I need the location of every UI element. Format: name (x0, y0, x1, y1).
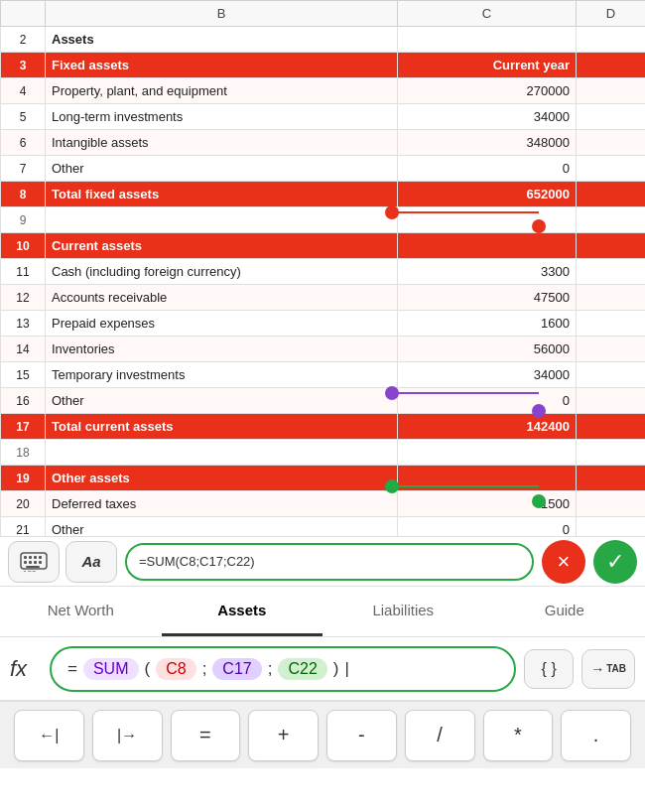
svg-rect-17 (39, 561, 42, 564)
empty-cell (46, 207, 398, 233)
data-d (577, 78, 646, 104)
braces-button[interactable]: { } (524, 649, 574, 689)
row-number: 10 (1, 233, 46, 259)
data-d (577, 517, 646, 537)
data-d (577, 285, 646, 311)
empty-cell (577, 207, 646, 233)
key-asterisk[interactable]: * (483, 710, 554, 761)
formula-editor-input[interactable]: = SUM ( C8 ; C17 ; C22 ) | (50, 646, 516, 692)
table-row: 5Long-term investments34000 (1, 104, 646, 130)
col-b-header: B (46, 1, 398, 27)
text-btn-label: Aa (81, 553, 100, 570)
data-d (577, 388, 646, 414)
section-label: Assets (46, 27, 398, 53)
row-number: 11 (1, 259, 46, 285)
section-header-label: Fixed assets (46, 53, 398, 78)
table-row: 7Other0 (1, 156, 646, 182)
total-d (577, 182, 646, 207)
row-number: 2 (1, 27, 46, 53)
formula-bar-buttons: 123 Aa (8, 541, 117, 583)
key-back-tab[interactable]: ←| (14, 710, 84, 761)
cursor: | (344, 659, 348, 679)
tab-button[interactable]: → TAB (581, 649, 635, 689)
cancel-button[interactable]: × (542, 540, 585, 584)
data-label: Other (46, 517, 398, 537)
tab-label: TAB (606, 663, 626, 674)
sub-header-value (398, 466, 577, 491)
keyboard-toggle-btn[interactable]: 123 (8, 541, 60, 583)
data-label: Other (46, 156, 398, 182)
data-value: 1500 (398, 491, 577, 517)
tab-net-worth[interactable]: Net Worth (0, 587, 162, 636)
total-d (577, 414, 646, 440)
formula-input[interactable]: =SUM(C8;C17;C22) (125, 543, 534, 581)
data-d (577, 130, 646, 156)
row-number: 13 (1, 311, 46, 337)
key-forward-tab[interactable]: |→ (92, 710, 163, 761)
token-sep2: ; (268, 659, 273, 679)
key-dot[interactable]: . (561, 710, 631, 761)
key-equals[interactable]: = (171, 710, 241, 761)
data-d (577, 337, 646, 362)
total-value: 652000 (398, 182, 577, 207)
sub-header-d (577, 233, 646, 259)
data-value: 47500 (398, 285, 577, 311)
token-sep1: ; (202, 659, 207, 679)
total-value: 142400 (398, 414, 577, 440)
table-row: 11Cash (including foreign currency)3300 (1, 259, 646, 285)
svg-rect-14 (24, 561, 27, 564)
data-value: 0 (398, 156, 577, 182)
row-number: 17 (1, 414, 46, 440)
data-d (577, 362, 646, 388)
svg-text:123: 123 (23, 569, 37, 572)
tab-assets[interactable]: Assets (162, 587, 323, 636)
data-d (577, 156, 646, 182)
sub-header-label: Current assets (46, 233, 398, 259)
data-d (577, 27, 646, 53)
data-label: Cash (including foreign currency) (46, 259, 398, 285)
svg-rect-11 (29, 556, 32, 559)
table-row: 20Deferred taxes1500 (1, 491, 646, 517)
row-number: 3 (1, 53, 46, 78)
data-label: Deferred taxes (46, 491, 398, 517)
token-paren-close: ) (333, 659, 339, 679)
token-c17: C17 (212, 658, 261, 680)
data-value: 0 (398, 517, 577, 537)
table-row: 19Other assets (1, 466, 646, 491)
tab-liabilities[interactable]: Liabilities (322, 587, 484, 636)
row-number: 9 (1, 207, 46, 233)
confirm-icon: ✓ (606, 549, 624, 575)
cancel-icon: × (558, 549, 571, 575)
svg-rect-13 (39, 556, 42, 559)
column-headers: B C D (1, 1, 646, 27)
data-label: Accounts receivable (46, 285, 398, 311)
table-row: 8Total fixed assets652000 (1, 182, 646, 207)
tab-guide[interactable]: Guide (484, 587, 646, 636)
table-row: 18 (1, 440, 646, 466)
total-label: Total fixed assets (46, 182, 398, 207)
row-number: 4 (1, 78, 46, 104)
key-minus[interactable]: - (326, 710, 397, 761)
key-slash[interactable]: / (405, 710, 475, 761)
row-header-corner (1, 1, 46, 27)
braces-label: { } (542, 660, 557, 678)
confirm-button[interactable]: ✓ (593, 540, 637, 584)
token-sum: SUM (83, 658, 139, 680)
row-number: 15 (1, 362, 46, 388)
data-label: Prepaid expenses (46, 311, 398, 337)
data-d (577, 259, 646, 285)
fx-label: fx (10, 656, 42, 682)
key-plus[interactable]: + (248, 710, 319, 761)
total-label: Total current assets (46, 414, 398, 440)
col-d-header: D (577, 1, 646, 27)
table-row: 21Other0 (1, 517, 646, 537)
text-mode-btn[interactable]: Aa (65, 541, 117, 583)
data-value: 34000 (398, 362, 577, 388)
data-d (577, 491, 646, 517)
table-row: 16Other0 (1, 388, 646, 414)
row-number: 12 (1, 285, 46, 311)
row-number: 19 (1, 466, 46, 491)
token-equal: = (67, 659, 77, 679)
table-row: 14Inventories56000 (1, 337, 646, 362)
data-label: Inventories (46, 337, 398, 362)
